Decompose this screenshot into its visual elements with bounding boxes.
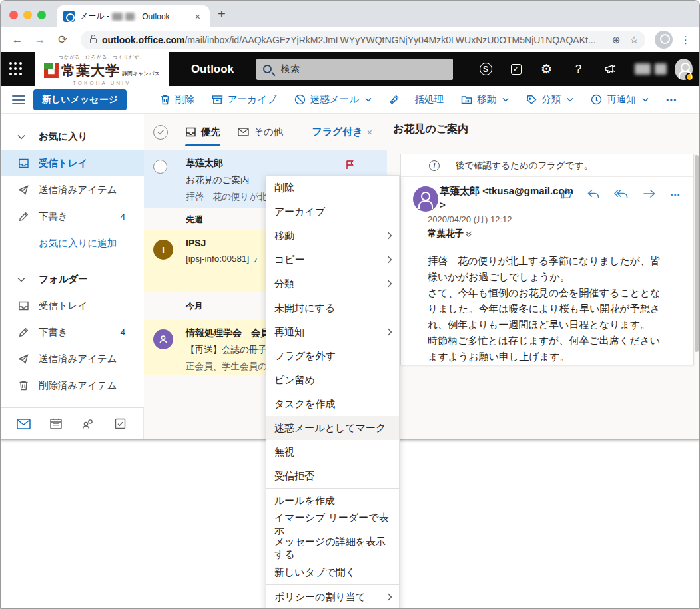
menu-item-remove-flag[interactable]: フラグを外す xyxy=(266,344,399,368)
menu-item-ignore[interactable]: 無視 xyxy=(266,440,399,464)
add-to-favorites-link[interactable]: お気に入りに追加 xyxy=(1,230,144,256)
sidebar-item-sent-favorite[interactable]: 送信済みアイテム xyxy=(1,176,144,203)
app-launcher-icon[interactable] xyxy=(9,62,22,77)
close-window-button[interactable] xyxy=(9,11,18,19)
left-pane-toggle-icon[interactable] xyxy=(12,95,25,104)
browser-menu-icon[interactable]: ⋮ xyxy=(681,34,691,46)
search-icon xyxy=(263,65,272,73)
browser-toolbar: ← → ⟳ outlook.office.com/mail/inbox/id/A… xyxy=(1,27,699,52)
message-list-header: 優先 その他 フラグ付き × xyxy=(144,114,387,150)
menu-item-delete[interactable]: 削除 xyxy=(266,176,399,200)
sidebar-item-drafts[interactable]: 下書き 4 xyxy=(1,319,144,345)
avatar-person-icon xyxy=(153,329,173,349)
sidebar-item-drafts-favorite[interactable]: 下書き 4 xyxy=(1,203,144,230)
minimize-window-button[interactable] xyxy=(23,11,32,19)
forward-icon[interactable]: → xyxy=(29,33,51,47)
filter-clear-icon[interactable]: × xyxy=(367,127,372,138)
flag-icon[interactable] xyxy=(345,160,355,172)
tab-close-icon[interactable]: × xyxy=(192,11,203,23)
sidebar-item-deleted[interactable]: 削除済みアイテム xyxy=(1,372,144,399)
more-commands-icon[interactable]: ⋯ xyxy=(666,93,678,106)
new-message-button[interactable]: 新しいメッセージ xyxy=(33,89,127,110)
menu-item-categorize[interactable]: 分類 xyxy=(266,272,399,296)
delete-button[interactable]: 削除 xyxy=(160,93,194,106)
favorites-header[interactable]: お気に入り xyxy=(1,123,144,150)
sender-avatar[interactable] xyxy=(413,186,438,212)
message-card: i 後で確認するためのフラグです。 草薙太郎 <tkusa@gmail.com … xyxy=(400,154,694,365)
categorize-button[interactable]: 分類 xyxy=(526,93,573,106)
menu-item-mark-as-junk[interactable]: 迷惑メールとしてマーク xyxy=(266,416,399,440)
sidebar-item-inbox-favorite[interactable]: 受信トレイ xyxy=(1,150,144,176)
info-icon: i xyxy=(429,160,440,171)
menu-item-pin[interactable]: ピン留め xyxy=(266,368,399,392)
menu-item-mark-unread[interactable]: 未開封にする xyxy=(266,296,399,320)
outlook-favicon-icon xyxy=(63,11,75,22)
archive-button[interactable]: アーカイブ xyxy=(212,93,277,106)
feedback-megaphone-icon[interactable] xyxy=(604,63,617,76)
back-icon[interactable]: ← xyxy=(6,33,29,47)
sidebar-item-inbox[interactable]: 受信トレイ xyxy=(1,292,144,319)
expand-details-icon[interactable] xyxy=(465,230,472,238)
command-bar: 新しいメッセージ 削除 アーカイブ 迷惑メール 一括処理 移動 xyxy=(1,86,699,114)
search-input[interactable]: 検索 xyxy=(256,59,452,80)
reading-pane-scrollbar[interactable] xyxy=(695,155,699,352)
menu-item-archive[interactable]: アーカイブ xyxy=(266,200,399,224)
address-bar[interactable]: outlook.office.com/mail/inbox/id/AAQkAGE… xyxy=(81,31,645,49)
outlook-brand: Outlook xyxy=(191,63,234,76)
account-avatar[interactable] xyxy=(675,59,693,80)
message-header: 草薙太郎 <tkusa@gmail.com > 2020/04/20 (月) 1… xyxy=(401,177,693,252)
menu-item-assign-policy[interactable]: ポリシーの割り当て xyxy=(266,585,399,609)
reply-icon[interactable] xyxy=(587,189,599,202)
my-day-icon[interactable]: ✓ xyxy=(511,64,522,75)
logo-campus: 静岡キャンパス xyxy=(122,70,160,77)
recipient-row[interactable]: 常葉花子 xyxy=(428,228,472,240)
menu-item-create-rule[interactable]: ルールを作成 xyxy=(266,489,399,512)
tasks-module-icon[interactable] xyxy=(107,418,134,429)
tab-focused[interactable]: 優先 xyxy=(185,114,220,150)
message-select-radio[interactable] xyxy=(153,160,167,174)
junk-mail-button[interactable]: 迷惑メール xyxy=(294,93,372,106)
browser-profile-avatar[interactable] xyxy=(655,31,673,49)
folders-header[interactable]: フォルダー xyxy=(1,266,144,292)
forward-icon[interactable] xyxy=(643,189,655,201)
menu-item-move[interactable]: 移動 xyxy=(266,224,399,248)
tab-other[interactable]: その他 xyxy=(238,114,283,150)
settings-gear-icon[interactable]: ⚙ xyxy=(540,63,553,76)
menu-item-snooze[interactable]: 再通知 xyxy=(266,320,399,344)
drafts-count-badge: 4 xyxy=(120,327,125,337)
bookmark-star-icon[interactable]: ☆ xyxy=(630,34,639,46)
sweep-button[interactable]: 一括処理 xyxy=(389,93,444,106)
skype-icon[interactable]: S xyxy=(480,63,492,75)
tab-title: メール - - Outlook xyxy=(80,11,170,22)
zoom-page-icon[interactable]: ⊕ xyxy=(612,34,621,46)
reading-pane: お花見のご案内 i 後で確認するためのフラグです。 草薙太郎 <tkusa@gm… xyxy=(387,114,699,439)
menu-item-view-message-details[interactable]: メッセージの詳細を表示する xyxy=(266,536,399,560)
reload-icon[interactable]: ⟳ xyxy=(51,33,74,47)
menu-item-immersive-reader[interactable]: イマーシブ リーダーで表示 xyxy=(266,512,399,536)
like-icon[interactable] xyxy=(560,188,573,202)
reply-all-icon[interactable] xyxy=(614,189,628,202)
select-all-icon[interactable] xyxy=(153,125,168,140)
people-module-icon[interactable] xyxy=(75,419,101,429)
browser-tab[interactable]: メール - - Outlook × xyxy=(57,5,210,27)
zoom-window-button[interactable] xyxy=(37,11,46,19)
new-tab-button[interactable]: + xyxy=(218,7,226,22)
avatar: I xyxy=(153,240,173,260)
menu-item-copy[interactable]: コピー xyxy=(266,248,399,272)
inbox-icon xyxy=(17,300,29,311)
tokoha-university-logo[interactable]: つながる、ひろがる、つくりだす。 常葉大学 静岡キャンパス TOKOHA UNI… xyxy=(35,52,169,86)
flagged-filter-chip[interactable]: フラグ付き × xyxy=(312,126,372,138)
menu-item-open-in-new-tab[interactable]: 新しいタブで開く xyxy=(266,560,399,584)
snooze-button[interactable]: 再通知 xyxy=(591,93,649,106)
padlock-icon[interactable] xyxy=(90,38,97,43)
menu-item-block[interactable]: 受信拒否 xyxy=(266,464,399,488)
move-to-button[interactable]: 移動 xyxy=(461,93,509,106)
menu-item-create-task[interactable]: タスクを作成 xyxy=(266,392,399,416)
calendar-module-icon[interactable] xyxy=(43,418,69,429)
presence-status-badge xyxy=(685,73,694,81)
mail-module-icon[interactable] xyxy=(10,419,37,429)
help-icon[interactable]: ? xyxy=(572,63,585,76)
send-icon xyxy=(17,353,29,365)
message-more-icon[interactable]: ⋯ xyxy=(670,189,681,201)
sidebar-item-sent[interactable]: 送信済みアイテム xyxy=(1,345,144,372)
